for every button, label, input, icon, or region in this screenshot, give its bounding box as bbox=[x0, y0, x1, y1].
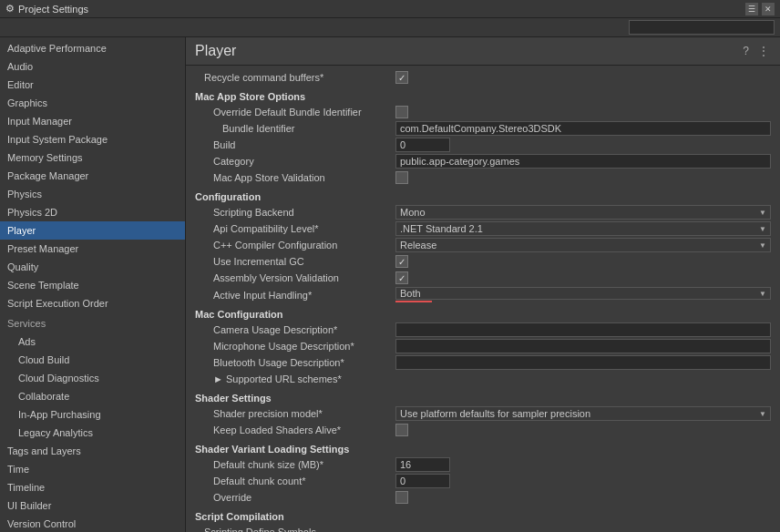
sidebar-item-graphics[interactable]: Graphics bbox=[0, 94, 185, 112]
content-area: Player ? ⋮ Recycle command buffers* Mac … bbox=[186, 37, 780, 532]
active-input-label: Active Input Handling* bbox=[195, 290, 395, 301]
supported-url-label: ► Supported URL schemes* bbox=[195, 373, 395, 384]
title-bar: ⚙ Project Settings ☰ ✕ bbox=[0, 0, 780, 18]
recycle-checkbox[interactable] bbox=[395, 71, 408, 84]
microphone-usage-row: Microphone Usage Description* bbox=[195, 338, 771, 354]
help-icon-button[interactable]: ? bbox=[741, 43, 751, 59]
assembly-version-checkbox[interactable] bbox=[395, 271, 408, 284]
recycle-row: Recycle command buffers* bbox=[195, 69, 771, 86]
incremental-gc-checkbox[interactable] bbox=[395, 255, 408, 268]
mac-configuration-title: Mac Configuration bbox=[195, 303, 771, 322]
sidebar-item-legacy-analytics[interactable]: Legacy Analytics bbox=[0, 424, 185, 442]
settings-body: Recycle command buffers* Mac App Store O… bbox=[186, 66, 780, 532]
api-compatibility-label: Api Compatibility Level* bbox=[195, 223, 395, 234]
sidebar-item-ui-builder[interactable]: UI Builder bbox=[0, 496, 185, 515]
sidebar-item-tags-and-layers[interactable]: Tags and Layers bbox=[0, 442, 185, 460]
content-header: Player ? ⋮ bbox=[186, 37, 780, 66]
category-row: Category bbox=[195, 153, 771, 169]
bundle-identifier-label: Bundle Identifier bbox=[195, 123, 395, 134]
scripting-define-symbols-row: Scripting Define Symbols bbox=[195, 524, 771, 532]
default-chunk-count-input[interactable] bbox=[395, 474, 450, 488]
header-icons: ? ⋮ bbox=[741, 43, 771, 59]
sidebar-item-collaborate[interactable]: Collaborate bbox=[0, 387, 185, 405]
title-bar-controls: ☰ ✕ bbox=[745, 3, 775, 15]
keep-loaded-shaders-row: Keep Loaded Shaders Alive* bbox=[195, 422, 771, 438]
scripting-backend-arrow: ▼ bbox=[759, 209, 766, 217]
top-search-bar bbox=[0, 18, 780, 37]
active-indicator bbox=[395, 301, 432, 302]
scripting-backend-label: Scripting Backend bbox=[195, 207, 395, 218]
active-input-value: Both bbox=[400, 288, 421, 299]
sidebar-item-ads[interactable]: Ads bbox=[0, 332, 185, 351]
settings-icon-button[interactable]: ⋮ bbox=[756, 43, 771, 59]
api-compatibility-dropdown[interactable]: .NET Standard 2.1 ▼ bbox=[395, 221, 771, 236]
sidebar-item-scene-template[interactable]: Scene Template bbox=[0, 276, 185, 294]
sidebar-item-time[interactable]: Time bbox=[0, 460, 185, 478]
scripting-backend-value: Mono bbox=[400, 207, 426, 218]
mac-app-store-title: Mac App Store Options bbox=[195, 86, 771, 104]
cpp-compiler-label: C++ Compiler Configuration bbox=[195, 240, 395, 251]
cpp-compiler-dropdown[interactable]: Release ▼ bbox=[395, 238, 771, 252]
default-chunk-size-label: Default chunk size (MB)* bbox=[195, 459, 395, 470]
cpp-compiler-row: C++ Compiler Configuration Release ▼ bbox=[195, 237, 771, 253]
sidebar-item-cloud-diagnostics[interactable]: Cloud Diagnostics bbox=[0, 369, 185, 387]
override-checkbox[interactable] bbox=[395, 491, 408, 504]
sidebar-item-version-control[interactable]: Version Control bbox=[0, 515, 185, 532]
category-label: Category bbox=[195, 156, 395, 167]
camera-usage-input[interactable] bbox=[395, 322, 771, 337]
shader-precision-value: Use platform defaults for sampler precis… bbox=[400, 408, 590, 419]
microphone-usage-input[interactable] bbox=[395, 339, 771, 353]
sidebar-item-script-execution-order[interactable]: Script Execution Order bbox=[0, 294, 185, 312]
default-chunk-count-label: Default chunk count* bbox=[195, 476, 395, 486]
category-input[interactable] bbox=[395, 154, 771, 169]
sidebar-item-physics-2d[interactable]: Physics 2D bbox=[0, 203, 185, 221]
shader-precision-arrow: ▼ bbox=[759, 410, 766, 418]
script-compilation-title: Script Compilation bbox=[195, 506, 771, 524]
hamburger-button[interactable]: ☰ bbox=[745, 3, 758, 15]
sidebar-item-input-system-package[interactable]: Input System Package bbox=[0, 130, 185, 148]
sidebar-item-timeline[interactable]: Timeline bbox=[0, 478, 185, 496]
sidebar-item-physics[interactable]: Physics bbox=[0, 185, 185, 203]
sidebar-item-memory-settings[interactable]: Memory Settings bbox=[0, 148, 185, 167]
override-label: Override bbox=[195, 492, 395, 503]
close-button[interactable]: ✕ bbox=[762, 3, 775, 15]
search-input[interactable] bbox=[629, 20, 775, 35]
override-default-checkbox[interactable] bbox=[395, 106, 408, 118]
shader-precision-dropdown[interactable]: Use platform defaults for sampler precis… bbox=[395, 406, 771, 421]
override-default-label: Override Default Bundle Identifier bbox=[195, 107, 395, 118]
keep-loaded-shaders-checkbox[interactable] bbox=[395, 424, 408, 436]
mac-app-store-validation-label: Mac App Store Validation bbox=[195, 172, 395, 183]
sidebar-item-preset-manager[interactable]: Preset Manager bbox=[0, 240, 185, 258]
sidebar-item-editor[interactable]: Editor bbox=[0, 76, 185, 94]
default-chunk-size-input[interactable] bbox=[395, 457, 450, 472]
override-row: Override bbox=[195, 489, 771, 506]
bluetooth-usage-row: Bluetooth Usage Description* bbox=[195, 354, 771, 371]
sidebar-item-in-app-purchasing[interactable]: In-App Purchasing bbox=[0, 405, 185, 424]
sidebar-item-audio[interactable]: Audio bbox=[0, 57, 185, 76]
mac-app-store-validation-checkbox[interactable] bbox=[395, 171, 408, 184]
bluetooth-usage-label: Bluetooth Usage Description* bbox=[195, 357, 395, 368]
bundle-identifier-input[interactable] bbox=[395, 121, 771, 136]
sidebar-item-adaptive-performance[interactable]: Adaptive Performance bbox=[0, 39, 185, 57]
scripting-backend-dropdown[interactable]: Mono ▼ bbox=[395, 205, 771, 220]
mac-app-store-validation-row: Mac App Store Validation bbox=[195, 169, 771, 186]
scripting-define-symbols-label: Scripting Define Symbols bbox=[195, 527, 395, 532]
cpp-compiler-value: Release bbox=[400, 240, 436, 251]
sidebar-item-cloud-build[interactable]: Cloud Build bbox=[0, 351, 185, 369]
api-compatibility-row: Api Compatibility Level* .NET Standard 2… bbox=[195, 220, 771, 237]
title-bar-icon: ⚙ bbox=[5, 3, 15, 15]
api-compatibility-arrow: ▼ bbox=[759, 225, 766, 233]
incremental-gc-label: Use Incremental GC bbox=[195, 256, 395, 267]
sidebar-item-quality[interactable]: Quality bbox=[0, 258, 185, 276]
active-input-row: Active Input Handling* Both ▼ bbox=[195, 286, 771, 303]
assembly-version-row: Assembly Version Validation bbox=[195, 270, 771, 286]
sidebar-item-player[interactable]: Player bbox=[0, 221, 185, 240]
active-input-dropdown[interactable]: Both ▼ bbox=[395, 287, 771, 300]
override-default-row: Override Default Bundle Identifier bbox=[195, 104, 771, 120]
bluetooth-usage-input[interactable] bbox=[395, 355, 771, 370]
shader-settings-title: Shader Settings bbox=[195, 387, 771, 405]
sidebar-item-input-manager[interactable]: Input Manager bbox=[0, 112, 185, 130]
recycle-label: Recycle command buffers* bbox=[195, 72, 395, 83]
build-input[interactable] bbox=[395, 138, 450, 152]
sidebar-item-package-manager[interactable]: Package Manager bbox=[0, 167, 185, 185]
